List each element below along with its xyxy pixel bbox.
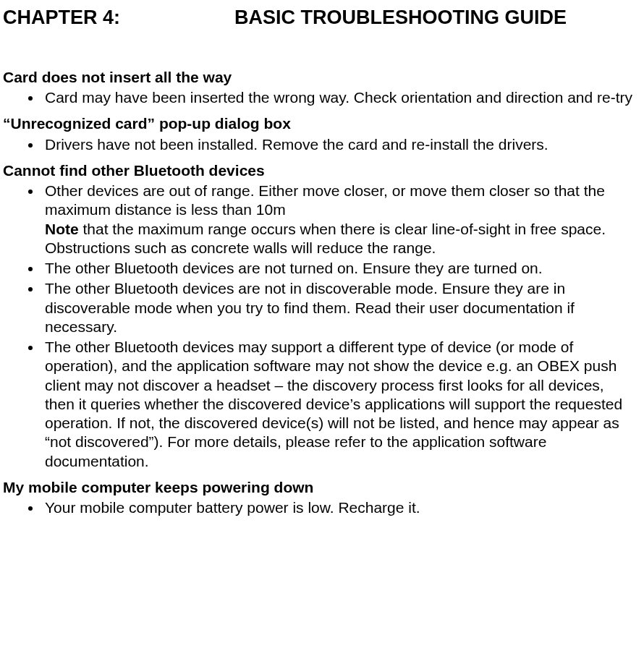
list-item: Your mobile computer battery power is lo…	[42, 498, 635, 517]
list-item-text: Card may have been inserted the wrong wa…	[45, 89, 632, 106]
chapter-label: CHAPTER 4:	[3, 6, 234, 30]
list-item-text: The other Bluetooth devices are not turn…	[45, 260, 543, 276]
bullet-list: Other devices are out of range. Either m…	[3, 182, 635, 471]
list-item-text: The other Bluetooth devices may support …	[45, 339, 622, 469]
section-heading: My mobile computer keeps powering down	[3, 478, 635, 497]
list-item: Drivers have not been installed. Remove …	[42, 135, 635, 154]
chapter-header: CHAPTER 4: BASIC TROUBLESHOOTING GUIDE	[3, 6, 635, 30]
section-heading: Card does not insert all the way	[3, 68, 635, 87]
chapter-title: BASIC TROUBLESHOOTING GUIDE	[234, 6, 635, 30]
list-item-text: Other devices are out of range. Either m…	[45, 182, 605, 218]
note-label: Note	[45, 221, 79, 237]
bullet-list: Your mobile computer battery power is lo…	[3, 498, 635, 517]
list-item: Other devices are out of range. Either m…	[42, 182, 635, 257]
list-item-text: The other Bluetooth devices are not in d…	[45, 280, 575, 335]
list-item: The other Bluetooth devices may support …	[42, 338, 635, 471]
section-heading: Cannot find other Bluetooth devices	[3, 161, 635, 180]
note-text: that the maximum range occurs when there…	[45, 221, 606, 256]
list-item: The other Bluetooth devices are not turn…	[42, 259, 635, 278]
list-item-text: Your mobile computer battery power is lo…	[45, 499, 420, 516]
list-item-text: Drivers have not been installed. Remove …	[45, 136, 548, 153]
bullet-list: Card may have been inserted the wrong wa…	[3, 88, 635, 107]
list-item: Card may have been inserted the wrong wa…	[42, 88, 635, 107]
list-item: The other Bluetooth devices are not in d…	[42, 279, 635, 336]
section-heading: “Unrecognized card” pop-up dialog box	[3, 114, 635, 133]
bullet-list: Drivers have not been installed. Remove …	[3, 135, 635, 154]
